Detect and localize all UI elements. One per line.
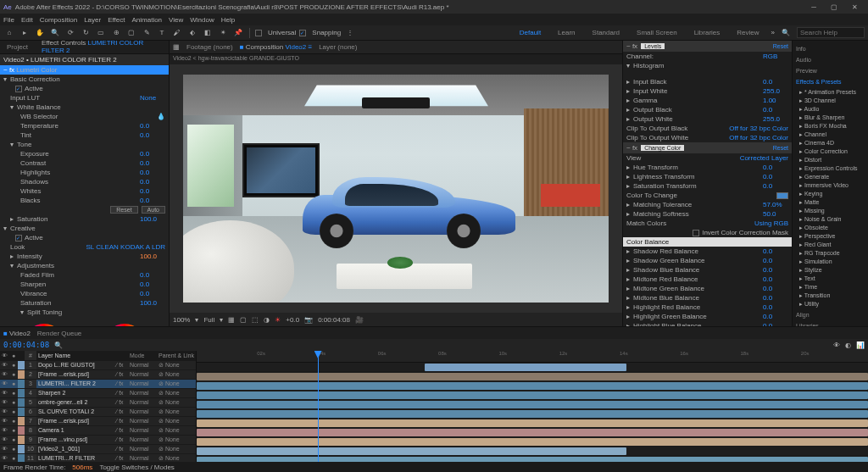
layer-row[interactable]: 👁●10[Video2_1_001]⁄ fxNormal⊘ None <box>0 444 196 453</box>
layer-row[interactable]: 👁●3LUMETRI... FILTER 2⁄ fxNormal⊘ None <box>0 379 196 388</box>
preset-category[interactable]: ▸ Color Correction <box>796 147 865 156</box>
preset-category[interactable]: ▸ * Animation Presets <box>796 88 865 97</box>
preset-category[interactable]: ▸ Text <box>796 275 865 283</box>
levels-channel[interactable]: RGB <box>763 53 788 60</box>
universal-checkbox[interactable] <box>255 30 262 36</box>
basic-correction[interactable]: Basic Correction <box>10 75 165 83</box>
solo-icon[interactable]: ● <box>9 425 18 435</box>
blend-mode[interactable]: Normal <box>128 379 157 388</box>
preset-category[interactable]: ▸ Blur & Sharpen <box>796 114 865 122</box>
eyedropper-icon[interactable]: 💧 <box>157 113 165 120</box>
layer-row[interactable]: 👁●6SL CURVE TOTALI 2⁄ fxNormal⊘ None <box>0 407 196 416</box>
blend-mode[interactable]: Normal <box>128 360 157 369</box>
solo-icon[interactable]: ● <box>9 379 18 388</box>
track-row[interactable] <box>197 419 868 428</box>
viewer-tc[interactable]: 0:00:04:08 <box>318 316 350 324</box>
parent-link[interactable]: ⊘ None <box>157 379 196 388</box>
parent-link[interactable]: ⊘ None <box>157 444 196 453</box>
input-lut-value[interactable]: None <box>140 94 165 102</box>
layer-bar[interactable] <box>197 382 868 390</box>
preset-category[interactable]: ▸ Simulation <box>796 258 865 266</box>
blend-mode[interactable]: Normal <box>128 388 157 397</box>
levels-header[interactable]: Levels <box>641 43 665 49</box>
panel-info[interactable]: Info <box>796 44 865 53</box>
parent-link[interactable]: ⊘ None <box>157 369 196 379</box>
motion-blur-icon[interactable]: ◐ <box>845 342 851 349</box>
workspace-standard[interactable]: Standard <box>587 27 625 38</box>
solo-icon[interactable]: ● <box>9 453 18 462</box>
graph-editor-icon[interactable]: 📊 <box>856 342 865 349</box>
preset-category[interactable]: ▸ Channel <box>796 130 865 139</box>
preset-category[interactable]: ▸ Generate <box>796 173 865 181</box>
close-button[interactable]: ✕ <box>844 3 865 11</box>
adjustments[interactable]: Adjustments <box>17 262 165 269</box>
track-row[interactable] <box>197 456 868 462</box>
preset-category[interactable]: ▸ Utility <box>796 300 865 308</box>
preset-category[interactable]: ▸ Obsolete <box>796 224 865 232</box>
white-balance[interactable]: White Balance <box>17 103 165 111</box>
parent-link[interactable]: ⊘ None <box>157 453 196 462</box>
workspace-small[interactable]: Small Screen <box>632 27 682 38</box>
menu-help[interactable]: Help <box>221 16 235 24</box>
grid-icon[interactable]: ▦ <box>173 43 180 51</box>
track-row[interactable] <box>197 372 868 381</box>
search-icon[interactable]: 🔍 <box>782 29 790 36</box>
layer-bar[interactable] <box>425 364 626 371</box>
layer-row[interactable]: 👁●5ombre-gener...eli 2⁄ fxNormal⊘ None <box>0 397 196 407</box>
auto-button[interactable]: Auto <box>142 206 165 214</box>
minimize-button[interactable]: ─ <box>804 3 824 11</box>
layer-bar[interactable] <box>197 419 868 427</box>
layer-bar[interactable] <box>197 391 868 399</box>
composition-viewer[interactable] <box>170 64 622 313</box>
visibility-icon[interactable]: 👁 <box>0 388 9 397</box>
parent-link[interactable]: ⊘ None <box>157 397 196 407</box>
channel-icon[interactable]: ◑ <box>264 316 270 324</box>
layer-bar[interactable] <box>197 447 626 455</box>
menu-effect[interactable]: Effect <box>108 16 125 24</box>
mask-icon[interactable]: ▢ <box>240 316 247 324</box>
exposure-value[interactable]: 0.0 <box>140 150 165 158</box>
parent-link[interactable]: ⊘ None <box>157 435 196 444</box>
tone[interactable]: Tone <box>17 141 165 148</box>
exposure-value[interactable]: +0.0 <box>286 316 299 324</box>
parent-link[interactable]: ⊘ None <box>157 425 196 435</box>
cc-view[interactable]: Corrected Layer <box>740 154 788 162</box>
layer-bar[interactable] <box>197 438 868 446</box>
track-row[interactable] <box>197 391 868 400</box>
menu-file[interactable]: File <box>3 16 14 24</box>
exposure-icon[interactable]: ☀ <box>275 316 281 324</box>
tint-value[interactable]: 0.0 <box>140 131 165 139</box>
blend-mode[interactable]: Normal <box>128 416 157 425</box>
track-row[interactable] <box>197 437 868 447</box>
layer-bar[interactable] <box>197 457 868 462</box>
puppet-tool-icon[interactable]: 📌 <box>232 27 244 39</box>
parent-link[interactable]: ⊘ None <box>157 416 196 425</box>
panel-effects-presets[interactable]: Effects & Presets <box>796 77 865 86</box>
lumetri-header[interactable]: ~ fx Lumetri Color <box>0 65 169 75</box>
workspace-review[interactable]: Review <box>732 27 764 38</box>
search-layers-icon[interactable]: 🔍 <box>54 342 63 349</box>
visibility-icon[interactable]: 👁 <box>0 369 9 379</box>
shy-icon[interactable]: 👁 <box>833 342 840 349</box>
snap-opt-icon[interactable]: ⋮ <box>344 27 356 39</box>
temp-value[interactable]: 0.0 <box>140 122 165 130</box>
layer-bar[interactable] <box>197 401 868 408</box>
menu-layer[interactable]: Layer <box>84 16 101 24</box>
preset-category[interactable]: ▸ 3D Channel <box>796 97 865 105</box>
visibility-icon[interactable]: 👁 <box>0 425 9 435</box>
preset-category[interactable]: ▸ Keying <box>796 190 865 198</box>
solo-icon[interactable]: ● <box>9 360 18 369</box>
visibility-icon[interactable]: 👁 <box>0 435 9 444</box>
track-row[interactable] <box>197 400 868 409</box>
color-swatch[interactable] <box>776 192 788 199</box>
highlights-value[interactable]: 0.0 <box>140 169 165 176</box>
snapshot-icon[interactable]: 📷 <box>304 316 313 324</box>
parent-link[interactable]: ⊘ None <box>157 407 196 416</box>
change-color-header[interactable]: Change Color <box>641 145 684 151</box>
intensity-value[interactable]: 100.0 <box>140 253 165 260</box>
layer-row[interactable]: 👁●4Sharpen 2⁄ fxNormal⊘ None <box>0 388 196 397</box>
solo-icon[interactable]: ● <box>9 435 18 444</box>
blend-mode[interactable]: Normal <box>128 407 157 416</box>
camera-icon[interactable]: 🎥 <box>355 316 364 324</box>
zoom-value[interactable]: 100% <box>173 316 190 324</box>
